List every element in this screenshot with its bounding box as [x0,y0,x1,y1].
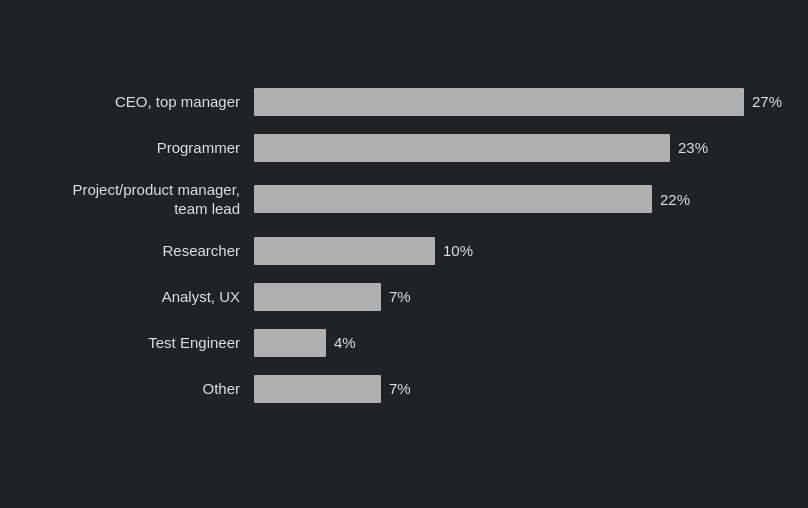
bar-pm [254,185,652,213]
pct-pm: 22% [660,191,690,208]
bar-row-programmer: Programmer 23% [34,134,774,162]
bar-row-testengineer: Test Engineer 4% [34,329,774,357]
pct-other: 7% [389,380,411,397]
pct-ceo: 27% [752,93,782,110]
bar-row-analyst: Analyst, UX 7% [34,283,774,311]
bar-label-other: Other [34,379,254,399]
bar-analyst [254,283,381,311]
pct-analyst: 7% [389,288,411,305]
bar-area-analyst: 7% [254,283,774,311]
bar-row-other: Other 7% [34,375,774,403]
bar-row-researcher: Researcher 10% [34,237,774,265]
bar-label-researcher: Researcher [34,241,254,261]
pct-programmer: 23% [678,139,708,156]
pct-researcher: 10% [443,242,473,259]
bar-programmer [254,134,670,162]
bar-label-analyst: Analyst, UX [34,287,254,307]
bar-label-pm: Project/product manager,team lead [34,180,254,219]
bar-row-pm: Project/product manager,team lead 22% [34,180,774,219]
pct-testengineer: 4% [334,334,356,351]
bar-label-ceo: CEO, top manager [34,92,254,112]
bar-testengineer [254,329,326,357]
bar-label-testengineer: Test Engineer [34,333,254,353]
bar-ceo [254,88,744,116]
bar-label-programmer: Programmer [34,138,254,158]
bar-area-programmer: 23% [254,134,774,162]
bar-area-testengineer: 4% [254,329,774,357]
bar-other [254,375,381,403]
bar-area-other: 7% [254,375,774,403]
bar-area-researcher: 10% [254,237,774,265]
bar-row-ceo: CEO, top manager 27% [34,88,774,116]
bar-chart: CEO, top manager 27% Programmer 23% Proj… [24,68,784,441]
bar-area-ceo: 27% [254,88,782,116]
bar-area-pm: 22% [254,185,774,213]
bar-researcher [254,237,435,265]
